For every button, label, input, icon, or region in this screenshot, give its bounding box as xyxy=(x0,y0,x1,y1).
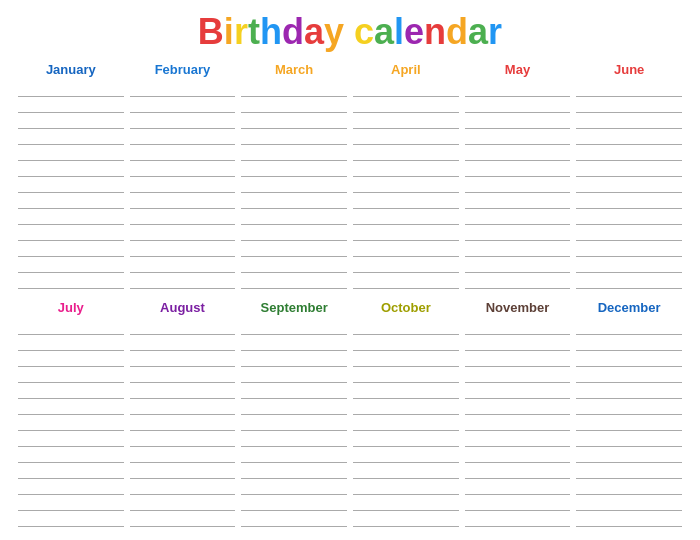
entry-line[interactable] xyxy=(130,177,236,193)
entry-line[interactable] xyxy=(130,209,236,225)
entry-line[interactable] xyxy=(18,225,124,241)
entry-line[interactable] xyxy=(465,273,571,289)
entry-line[interactable] xyxy=(576,273,682,289)
entry-line[interactable] xyxy=(465,177,571,193)
entry-line[interactable] xyxy=(241,241,347,257)
entry-line[interactable] xyxy=(241,367,347,383)
entry-line[interactable] xyxy=(465,335,571,351)
entry-line[interactable] xyxy=(353,495,459,511)
entry-line[interactable] xyxy=(353,479,459,495)
entry-line[interactable] xyxy=(18,145,124,161)
entry-line[interactable] xyxy=(241,161,347,177)
entry-line[interactable] xyxy=(130,479,236,495)
entry-line[interactable] xyxy=(353,511,459,527)
entry-line[interactable] xyxy=(130,193,236,209)
entry-line[interactable] xyxy=(241,177,347,193)
entry-line[interactable] xyxy=(18,367,124,383)
entry-line[interactable] xyxy=(465,511,571,527)
entry-line[interactable] xyxy=(18,383,124,399)
entry-line[interactable] xyxy=(465,225,571,241)
entry-line[interactable] xyxy=(241,415,347,431)
entry-line[interactable] xyxy=(130,399,236,415)
entry-line[interactable] xyxy=(353,431,459,447)
entry-line[interactable] xyxy=(353,463,459,479)
entry-line[interactable] xyxy=(130,447,236,463)
entry-line[interactable] xyxy=(241,129,347,145)
entry-line[interactable] xyxy=(576,145,682,161)
entry-line[interactable] xyxy=(241,335,347,351)
entry-line[interactable] xyxy=(576,351,682,367)
entry-line[interactable] xyxy=(576,177,682,193)
entry-line[interactable] xyxy=(576,193,682,209)
entry-line[interactable] xyxy=(18,335,124,351)
entry-line[interactable] xyxy=(576,463,682,479)
entry-line[interactable] xyxy=(353,81,459,97)
entry-line[interactable] xyxy=(241,447,347,463)
entry-line[interactable] xyxy=(18,479,124,495)
entry-line[interactable] xyxy=(241,511,347,527)
entry-line[interactable] xyxy=(353,273,459,289)
entry-line[interactable] xyxy=(130,415,236,431)
entry-line[interactable] xyxy=(130,383,236,399)
entry-line[interactable] xyxy=(18,209,124,225)
entry-line[interactable] xyxy=(18,447,124,463)
entry-line[interactable] xyxy=(130,335,236,351)
entry-line[interactable] xyxy=(241,463,347,479)
entry-line[interactable] xyxy=(465,97,571,113)
entry-line[interactable] xyxy=(241,225,347,241)
entry-line[interactable] xyxy=(353,447,459,463)
entry-line[interactable] xyxy=(130,161,236,177)
entry-line[interactable] xyxy=(18,177,124,193)
entry-line[interactable] xyxy=(18,81,124,97)
entry-line[interactable] xyxy=(353,367,459,383)
entry-line[interactable] xyxy=(241,351,347,367)
entry-line[interactable] xyxy=(130,113,236,129)
entry-line[interactable] xyxy=(241,257,347,273)
entry-line[interactable] xyxy=(576,81,682,97)
entry-line[interactable] xyxy=(353,129,459,145)
entry-line[interactable] xyxy=(130,319,236,335)
entry-line[interactable] xyxy=(130,511,236,527)
entry-line[interactable] xyxy=(465,113,571,129)
entry-line[interactable] xyxy=(241,273,347,289)
entry-line[interactable] xyxy=(18,399,124,415)
entry-line[interactable] xyxy=(18,257,124,273)
entry-line[interactable] xyxy=(576,367,682,383)
entry-line[interactable] xyxy=(576,97,682,113)
entry-line[interactable] xyxy=(130,257,236,273)
entry-line[interactable] xyxy=(576,399,682,415)
entry-line[interactable] xyxy=(241,209,347,225)
entry-line[interactable] xyxy=(241,495,347,511)
entry-line[interactable] xyxy=(465,415,571,431)
entry-line[interactable] xyxy=(241,145,347,161)
entry-line[interactable] xyxy=(18,463,124,479)
entry-line[interactable] xyxy=(465,161,571,177)
entry-line[interactable] xyxy=(18,431,124,447)
entry-line[interactable] xyxy=(576,335,682,351)
entry-line[interactable] xyxy=(241,113,347,129)
entry-line[interactable] xyxy=(18,415,124,431)
entry-line[interactable] xyxy=(353,113,459,129)
entry-line[interactable] xyxy=(576,479,682,495)
entry-line[interactable] xyxy=(576,383,682,399)
entry-line[interactable] xyxy=(465,367,571,383)
entry-line[interactable] xyxy=(353,383,459,399)
entry-line[interactable] xyxy=(241,319,347,335)
entry-line[interactable] xyxy=(465,383,571,399)
entry-line[interactable] xyxy=(576,161,682,177)
entry-line[interactable] xyxy=(130,97,236,113)
entry-line[interactable] xyxy=(465,479,571,495)
entry-line[interactable] xyxy=(576,431,682,447)
entry-line[interactable] xyxy=(353,257,459,273)
entry-line[interactable] xyxy=(18,495,124,511)
entry-line[interactable] xyxy=(353,177,459,193)
entry-line[interactable] xyxy=(130,431,236,447)
entry-line[interactable] xyxy=(353,145,459,161)
entry-line[interactable] xyxy=(130,225,236,241)
entry-line[interactable] xyxy=(130,81,236,97)
entry-line[interactable] xyxy=(130,145,236,161)
entry-line[interactable] xyxy=(353,193,459,209)
entry-line[interactable] xyxy=(241,193,347,209)
entry-line[interactable] xyxy=(576,113,682,129)
entry-line[interactable] xyxy=(353,335,459,351)
